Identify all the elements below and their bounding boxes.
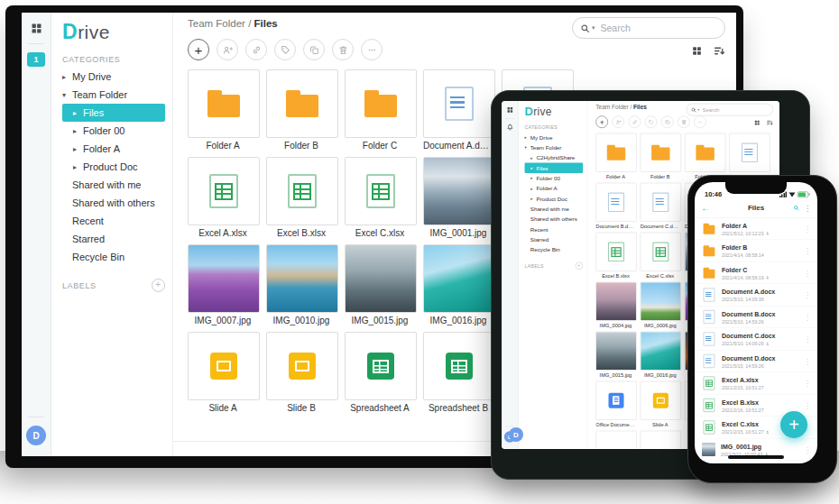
- phone-list-item[interactable]: Excel A.xlsx 2021/2/15, 10:51:27 ⋮: [695, 372, 817, 395]
- file-tile[interactable]: Excel B.xlsx: [266, 157, 337, 240]
- grid-view-icon[interactable]: [691, 45, 703, 57]
- file-tile[interactable]: Spreadsheet A: [345, 332, 415, 415]
- sidebar-tree-item[interactable]: ▸ Folder A: [525, 183, 584, 193]
- file-tile[interactable]: IMG_0010.jpg: [266, 244, 337, 327]
- file-tile-card[interactable]: [345, 157, 417, 225]
- sidebar-tree-item[interactable]: ▸ Product Doc: [62, 158, 165, 176]
- home-indicator[interactable]: [728, 455, 784, 459]
- file-tile[interactable]: Slide A: [188, 332, 258, 415]
- sidebar-tree-item[interactable]: ▾ Team Folder: [62, 86, 165, 104]
- file-tile-card[interactable]: [641, 381, 681, 420]
- file-tile[interactable]: Document B.docx: [595, 183, 635, 230]
- kebab-menu-icon[interactable]: ⋮: [802, 445, 813, 454]
- file-tile[interactable]: Folder A: [595, 133, 635, 180]
- add-button[interactable]: +: [595, 115, 608, 128]
- file-tile-card[interactable]: [423, 69, 495, 138]
- sidebar-tree-item[interactable]: Starred: [525, 234, 584, 244]
- copy-button[interactable]: [661, 115, 674, 128]
- link-button[interactable]: [245, 39, 267, 60]
- user-add-button[interactable]: [217, 39, 238, 60]
- file-tile[interactable]: Folder C: [685, 133, 724, 180]
- file-tile-card[interactable]: [595, 233, 636, 271]
- file-tile[interactable]: [595, 431, 635, 449]
- file-tile[interactable]: Slide B: [266, 332, 337, 415]
- phone-list-item[interactable]: Document B.docx 2021/5/10, 14:59:26 ⋮: [695, 307, 817, 329]
- file-tile-card[interactable]: [641, 133, 681, 172]
- phone-list-item[interactable]: Folder A 2021/5/12, 10:12:23 ⋮: [695, 218, 817, 241]
- file-tile[interactable]: Document A.docx: [423, 69, 493, 152]
- file-tile-card[interactable]: [188, 157, 260, 225]
- file-tile-card[interactable]: [641, 183, 681, 222]
- kebab-menu-icon[interactable]: ⋮: [802, 225, 813, 234]
- file-tile-card[interactable]: [595, 133, 636, 172]
- add-label-button[interactable]: +: [152, 279, 165, 292]
- copy-button[interactable]: [303, 39, 325, 60]
- file-tile-card[interactable]: [345, 69, 417, 138]
- kebab-menu-icon[interactable]: ⋮: [802, 313, 813, 322]
- sidebar-tree-item[interactable]: ▸ Folder 00: [525, 173, 584, 183]
- sidebar-tree-item[interactable]: ▸ My Drive: [62, 68, 165, 86]
- file-tile[interactable]: Excel C.xlsx: [641, 233, 680, 279]
- sidebar-tree-item[interactable]: Recycle Bin: [525, 244, 584, 254]
- trash-button[interactable]: [678, 115, 690, 128]
- file-tile-card[interactable]: [188, 244, 260, 313]
- file-tile[interactable]: IMG_0004.jpg: [595, 282, 635, 329]
- file-tile-card[interactable]: [188, 332, 260, 400]
- kebab-menu-icon[interactable]: ⋮: [802, 334, 813, 344]
- file-tile[interactable]: Slide A: [641, 381, 680, 428]
- add-label-button[interactable]: +: [576, 262, 584, 270]
- kebab-menu-icon[interactable]: ⋮: [802, 401, 813, 410]
- app-launcher-icon[interactable]: [30, 22, 43, 35]
- file-tile-card[interactable]: [685, 133, 725, 172]
- phone-list-item[interactable]: Document D.docx 2021/5/10, 14:59:26 ⋮: [695, 351, 817, 373]
- user-avatar[interactable]: D: [509, 427, 523, 442]
- file-tile[interactable]: Folder B: [641, 133, 680, 180]
- file-tile-card[interactable]: [423, 244, 495, 313]
- search-scope-caret-icon[interactable]: ▾: [697, 107, 699, 112]
- file-tile-card[interactable]: [729, 133, 770, 172]
- link-button[interactable]: [629, 115, 641, 128]
- file-tile[interactable]: Excel A.xlsx: [188, 157, 258, 240]
- file-tile-card[interactable]: [641, 282, 681, 321]
- app-launcher-icon[interactable]: [506, 106, 514, 115]
- file-tile-card[interactable]: [345, 244, 417, 313]
- search-input[interactable]: [701, 106, 769, 114]
- file-tile-card[interactable]: [641, 332, 681, 371]
- search-box[interactable]: ▾: [687, 104, 773, 116]
- trash-button[interactable]: [332, 39, 354, 60]
- file-tile[interactable]: Document A.docx: [729, 133, 769, 180]
- sidebar-tree-item[interactable]: Starred: [62, 230, 165, 248]
- file-tile[interactable]: [641, 431, 680, 449]
- file-tile[interactable]: IMG_0007.jpg: [188, 244, 258, 327]
- file-tile-card[interactable]: [423, 157, 495, 225]
- breadcrumb-parent[interactable]: Team Folder: [595, 104, 628, 110]
- file-tile-card[interactable]: [595, 332, 636, 371]
- sort-list-icon[interactable]: [714, 45, 725, 57]
- breadcrumb-parent[interactable]: Team Folder: [188, 18, 245, 29]
- file-tile-card[interactable]: [641, 431, 681, 449]
- file-tile-card[interactable]: [595, 381, 636, 420]
- file-tile-card[interactable]: [266, 332, 338, 400]
- kebab-menu-icon[interactable]: ⋮: [802, 290, 813, 299]
- file-tile[interactable]: Document C.docx: [641, 183, 680, 230]
- file-tile-card[interactable]: [266, 244, 338, 313]
- sidebar-tree-item[interactable]: Recent: [62, 212, 165, 230]
- file-tile[interactable]: Folder C: [345, 69, 415, 152]
- kebab-menu-icon[interactable]: ⋮: [802, 269, 813, 278]
- file-tile[interactable]: Excel B.xlsx: [595, 233, 635, 279]
- more-menu-icon[interactable]: ⋮: [804, 204, 811, 213]
- phone-list-item[interactable]: Document A.docx 2021/5/10, 14:09:36 ⋮: [695, 284, 817, 307]
- file-tile-card[interactable]: [641, 233, 681, 271]
- add-button[interactable]: +: [188, 39, 209, 60]
- back-arrow-icon[interactable]: ←: [701, 203, 719, 214]
- file-tile[interactable]: IMG_0006.jpg: [641, 282, 680, 329]
- search-icon[interactable]: [793, 205, 799, 211]
- file-tile[interactable]: Spreadsheet B: [423, 332, 493, 415]
- file-tile[interactable]: IMG_0015.jpg: [345, 244, 415, 327]
- file-tile[interactable]: IMG_0001.jpg: [423, 157, 493, 240]
- search-scope-caret-icon[interactable]: ▾: [592, 24, 595, 32]
- sidebar-tree-item[interactable]: Recent: [525, 225, 584, 234]
- user-add-button[interactable]: [612, 115, 624, 128]
- kebab-menu-icon[interactable]: ⋮: [802, 379, 813, 388]
- file-tile[interactable]: IMG_0016.jpg: [423, 244, 493, 327]
